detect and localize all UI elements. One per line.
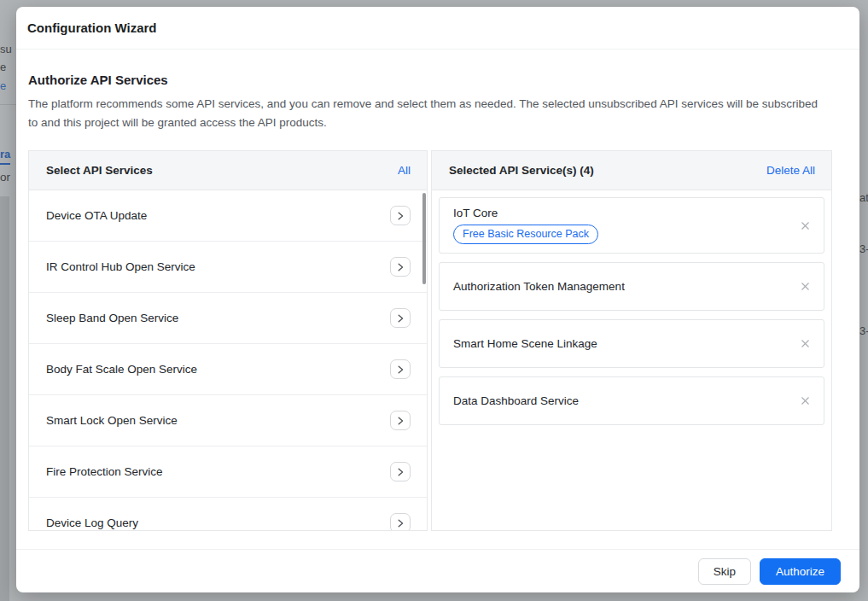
selected-service-list: IoT Core Free Basic Resource Pack Author… [432, 190, 831, 441]
selected-service-card: Data Dashboard Service [439, 376, 824, 425]
add-service-button[interactable] [390, 411, 411, 430]
authorize-api-services-description: The platform recommends some API service… [28, 95, 820, 132]
close-icon [800, 281, 811, 292]
select-api-services-title: Select API Services [46, 164, 153, 177]
add-service-button[interactable] [390, 513, 411, 530]
chevron-right-icon [395, 211, 405, 221]
api-service-list: Device OTA Update IR Control Hub Open Se… [29, 190, 427, 530]
remove-service-button[interactable] [798, 280, 812, 294]
selected-service-name: Authorization Token Management [453, 280, 786, 293]
api-service-row: Device Log Query [29, 498, 427, 530]
api-service-name: Smart Lock Open Service [46, 414, 178, 427]
dialog-header: Configuration Wizard [16, 7, 859, 50]
api-service-name: Device OTA Update [46, 209, 147, 222]
api-service-row: IR Control Hub Open Service [29, 242, 427, 293]
chevron-right-icon [395, 262, 405, 272]
selected-api-services-title: Selected API Service(s) (4) [449, 164, 594, 177]
backdrop-link-fragment: e [0, 79, 6, 92]
authorize-api-services-heading: Authorize API Services [28, 73, 168, 87]
api-service-row: Sleep Band Open Service [29, 293, 427, 344]
backdrop-text-fragment: e [0, 61, 6, 73]
backdrop-text-fragment: at [859, 191, 868, 204]
api-service-row: Smart Lock Open Service [29, 395, 427, 446]
close-icon [800, 395, 811, 406]
api-service-row: Fire Protection Service [29, 446, 427, 498]
api-service-name: Device Log Query [46, 516, 138, 529]
select-all-link[interactable]: All [398, 164, 411, 177]
configuration-wizard-dialog: Configuration Wizard Authorize API Servi… [16, 7, 859, 592]
remove-service-button[interactable] [798, 219, 812, 232]
dialog-title: Configuration Wizard [27, 7, 157, 50]
remove-service-button[interactable] [798, 337, 812, 351]
remove-service-button[interactable] [798, 394, 812, 408]
resource-pack-badge: Free Basic Resource Pack [453, 225, 598, 244]
api-service-row: Body Fat Scale Open Service [29, 344, 427, 395]
selected-service-name: Data Dashboard Service [453, 394, 786, 407]
chevron-right-icon [395, 365, 405, 375]
selected-service-card: IoT Core Free Basic Resource Pack [439, 197, 824, 254]
api-service-name: IR Control Hub Open Service [46, 260, 195, 273]
selected-service-card: Smart Home Scene Linkage [439, 319, 824, 368]
backdrop-text-fragment: su [0, 43, 12, 55]
backdrop-divider-fragment [0, 104, 16, 105]
add-service-button[interactable] [390, 206, 411, 225]
chevron-right-icon [395, 518, 405, 528]
api-service-name: Sleep Band Open Service [46, 312, 178, 324]
select-api-services-panel: Select API Services All Device OTA Updat… [28, 150, 428, 531]
backdrop-active-tab-fragment: ra [0, 148, 10, 165]
chevron-right-icon [395, 313, 405, 324]
selected-api-services-header: Selected API Service(s) (4) Delete All [432, 151, 831, 190]
scrollbar[interactable] [422, 193, 426, 284]
dialog-footer: Skip Authorize [16, 549, 859, 592]
select-api-services-header: Select API Services All [29, 151, 427, 190]
backdrop-text-fragment: 3- [859, 242, 868, 255]
close-icon [800, 220, 811, 231]
skip-button[interactable]: Skip [698, 558, 751, 585]
selected-service-card: Authorization Token Management [439, 262, 824, 311]
api-service-row: Device OTA Update [29, 190, 427, 242]
authorize-button[interactable]: Authorize [760, 558, 841, 585]
close-icon [800, 338, 811, 349]
chevron-right-icon [395, 467, 405, 477]
backdrop-sidebar-strip [0, 196, 9, 601]
add-service-button[interactable] [390, 359, 411, 379]
selected-api-services-panel: Selected API Service(s) (4) Delete All I… [431, 150, 832, 531]
backdrop-text-fragment: or [0, 171, 10, 184]
add-service-button[interactable] [390, 308, 411, 328]
api-service-name: Body Fat Scale Open Service [46, 363, 197, 376]
delete-all-link[interactable]: Delete All [766, 164, 815, 177]
add-service-button[interactable] [390, 257, 411, 277]
backdrop-text-fragment: 3- [859, 324, 868, 337]
api-service-name: Fire Protection Service [46, 465, 163, 478]
chevron-right-icon [395, 416, 405, 426]
selected-service-name: Smart Home Scene Linkage [453, 337, 786, 350]
selected-service-name: IoT Core [453, 207, 786, 219]
add-service-button[interactable] [390, 462, 411, 481]
